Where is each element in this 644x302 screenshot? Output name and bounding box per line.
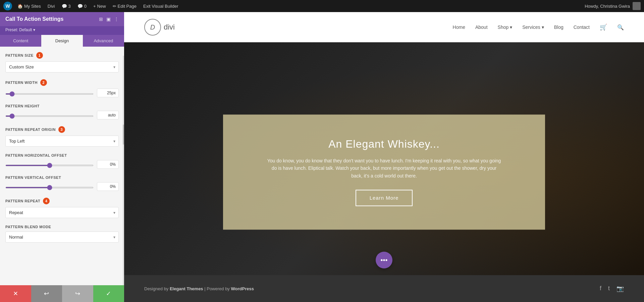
admin-greeting: Howdy, Christina Gwira [585, 4, 630, 9]
tab-advanced[interactable]: Advanced [83, 35, 124, 47]
nav-services[interactable]: Services ▾ [522, 24, 544, 30]
pattern-width-slider-row [5, 89, 119, 97]
layout-icon[interactable]: ▣ [106, 16, 111, 22]
pattern-horizontal-offset-text: Pattern Horizontal Offset [5, 153, 67, 157]
comments-count: 3 [68, 4, 71, 9]
pattern-vertical-offset-slider-wrap [5, 184, 94, 190]
pattern-blend-mode-label: Pattern Blend Mode [5, 225, 119, 229]
scroll-thumb[interactable] [123, 124, 124, 145]
pattern-horizontal-offset-slider-wrap [5, 161, 94, 167]
pattern-repeat-origin-select[interactable]: Top Left Top Center Top Right Center Lef… [5, 136, 119, 147]
pattern-height-value[interactable] [97, 111, 119, 119]
pattern-width-badge: 2 [40, 79, 47, 86]
pattern-height-slider[interactable] [5, 115, 94, 117]
preset-selector[interactable]: Preset: Default ▾ [0, 26, 124, 35]
pattern-height-slider-wrap [5, 112, 94, 118]
search-icon[interactable]: 🔍 [617, 24, 624, 31]
field-pattern-repeat-origin: Pattern Repeat Origin 3 Top Left Top Cen… [5, 126, 119, 147]
pattern-width-value[interactable] [97, 89, 119, 97]
pattern-horizontal-offset-value[interactable] [97, 160, 119, 169]
pattern-repeat-select[interactable]: Repeat Repeat X Repeat Y No Repeat Space… [5, 207, 119, 218]
admin-exit-builder[interactable]: Exit Visual Builder [142, 4, 180, 9]
tab-design[interactable]: Design [41, 35, 83, 47]
admin-bar: W 🏠 My Sites Divi 💬 3 💬 0 + New ✏ Edit P… [0, 0, 644, 12]
edit-page-label: Edit Page [118, 4, 137, 9]
footer-copy-text: Designed by [144, 286, 168, 291]
nav-blog[interactable]: Blog [554, 24, 564, 30]
pattern-width-slider-wrap [5, 90, 94, 96]
preset-label: Preset: Default ▾ [5, 28, 35, 32]
facebook-icon[interactable]: f [600, 285, 601, 292]
pattern-horizontal-offset-slider-row [5, 160, 119, 169]
site-logo: D divi [144, 19, 175, 36]
divi-label: Divi [48, 4, 55, 9]
field-pattern-horizontal-offset: Pattern Horizontal Offset [5, 153, 119, 169]
admin-divi[interactable]: Divi [46, 4, 56, 9]
undo-icon: ↩ [44, 290, 49, 297]
edit-icon: ✏ [113, 4, 116, 9]
pattern-vertical-offset-value[interactable] [97, 182, 119, 191]
cta-box: An Elegant Whiskey... You do know, you d… [223, 114, 545, 230]
save-button[interactable]: ✓ [93, 285, 124, 302]
pattern-repeat-badge: 4 [43, 198, 50, 204]
pattern-width-slider[interactable] [5, 93, 94, 95]
admin-edit-page[interactable]: ✏ Edit Page [111, 4, 138, 9]
undo-button[interactable]: ↩ [31, 285, 62, 302]
logo-name: divi [164, 23, 175, 32]
pattern-size-badge: 1 [36, 52, 43, 59]
more-options-icon[interactable]: ⋮ [114, 16, 119, 22]
pattern-horizontal-offset-slider[interactable] [5, 165, 94, 166]
pattern-vertical-offset-label: Pattern Vertical Offset [5, 175, 119, 180]
pattern-height-label: Pattern Height [5, 104, 119, 108]
cta-text: You do know, you do know that they don't… [267, 157, 501, 180]
field-pattern-blend-mode: Pattern Blend Mode Normal Multiply Scree… [5, 225, 119, 243]
admin-bar-right: Howdy, Christina Gwira [585, 2, 641, 10]
pattern-blend-mode-text: Pattern Blend Mode [5, 225, 51, 229]
exit-builder-label: Exit Visual Builder [143, 4, 178, 9]
logo-circle-icon: D [144, 19, 161, 36]
wp-logo-icon[interactable]: W [3, 2, 12, 10]
cancel-button[interactable]: ✕ [0, 285, 31, 302]
nav-shop[interactable]: Shop ▾ [498, 24, 513, 30]
footer-brand1: Elegant Themes [170, 286, 203, 291]
nav-about[interactable]: About [475, 24, 488, 30]
pattern-size-text: Pattern Size [5, 53, 34, 57]
responsive-icon[interactable]: ⊞ [99, 16, 103, 22]
admin-comments[interactable]: 💬 3 [60, 4, 72, 9]
field-pattern-repeat: Pattern Repeat 4 Repeat Repeat X Repeat … [5, 198, 119, 218]
admin-comments2[interactable]: 💬 0 [76, 4, 88, 9]
pattern-repeat-label: Pattern Repeat 4 [5, 198, 119, 204]
pattern-blend-mode-select[interactable]: Normal Multiply Screen Overlay Darken Li… [5, 232, 119, 243]
tab-content[interactable]: Content [0, 35, 41, 47]
site-nav: D divi Home About Shop ▾ Services ▾ Blog… [124, 12, 644, 42]
footer-social: f t 📷 [600, 285, 624, 292]
pattern-vertical-offset-slider-row [5, 182, 119, 191]
pattern-repeat-origin-select-wrap: Top Left Top Center Top Right Center Lef… [5, 136, 119, 147]
pattern-size-select[interactable]: Custom Size Small Medium Large [5, 61, 119, 72]
twitter-icon[interactable]: t [608, 285, 610, 292]
admin-new[interactable]: + New [92, 4, 107, 9]
nav-home[interactable]: Home [453, 24, 465, 30]
panel-footer: ✕ ↩ ↪ ✓ [0, 285, 124, 302]
scroll-indicator [123, 56, 124, 285]
footer-separator: | Powered by [204, 286, 231, 291]
field-pattern-size: Pattern Size 1 Custom Size Small Medium … [5, 52, 119, 72]
cart-icon[interactable]: 🛒 [600, 23, 607, 31]
panel-title: Call To Action Settings [5, 16, 63, 22]
footer-copy: Designed by Elegant Themes | Powered by … [144, 286, 254, 291]
instagram-icon[interactable]: 📷 [616, 285, 624, 292]
new-label: New [97, 4, 106, 9]
main-layout: Call To Action Settings ⊞ ▣ ⋮ Preset: De… [0, 12, 644, 302]
admin-my-sites[interactable]: 🏠 My Sites [16, 4, 42, 9]
fab-button[interactable]: ••• [376, 252, 392, 268]
admin-avatar [633, 2, 641, 10]
field-pattern-height: Pattern Height [5, 104, 119, 119]
hero-section: An Elegant Whiskey... You do know, you d… [124, 42, 644, 302]
pattern-height-text: Pattern Height [5, 104, 40, 108]
field-pattern-vertical-offset: Pattern Vertical Offset [5, 175, 119, 191]
cta-title: An Elegant Whiskey... [250, 138, 518, 150]
redo-button[interactable]: ↪ [62, 285, 93, 302]
nav-contact[interactable]: Contact [574, 24, 590, 30]
cta-button[interactable]: Learn More [356, 190, 413, 206]
pattern-vertical-offset-slider[interactable] [5, 187, 94, 188]
